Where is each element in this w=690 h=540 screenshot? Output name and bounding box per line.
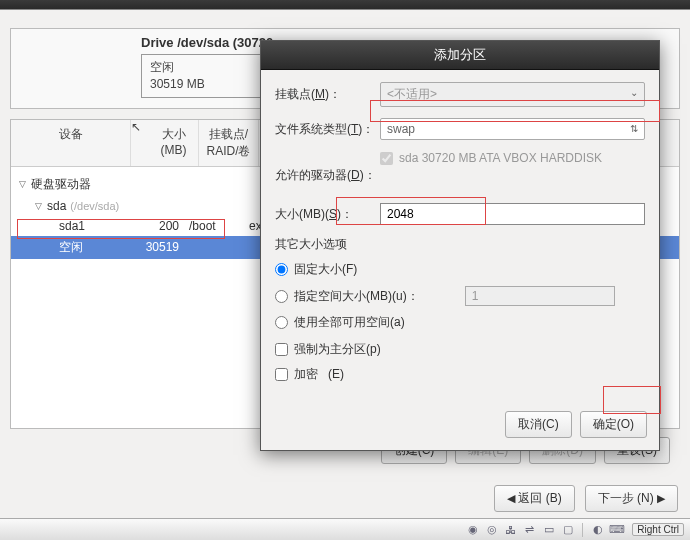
size-label: 大小(MB)(S)： bbox=[275, 206, 380, 223]
add-partition-dialog: 添加分区 挂载点(M)： <不适用>⌄ 文件系统类型(T)： swap⇅ 允许的… bbox=[260, 40, 660, 451]
next-button[interactable]: 下一步 (N) ▶ bbox=[585, 485, 678, 512]
primary-checkbox[interactable] bbox=[275, 343, 288, 356]
fstype-select[interactable]: swap⇅ bbox=[380, 118, 645, 140]
expand-icon[interactable]: ▽ bbox=[35, 201, 47, 211]
shared-icon: ▭ bbox=[541, 522, 556, 537]
radio-upto[interactable] bbox=[275, 290, 288, 303]
arrow-left-icon: ◀ bbox=[507, 492, 515, 504]
col-mount[interactable]: 挂载点/ RAID/卷 bbox=[199, 120, 259, 166]
mount-point-select[interactable]: <不适用>⌄ bbox=[380, 82, 645, 107]
display-icon: ▢ bbox=[560, 522, 575, 537]
allowed-drives-label: 允许的驱动器(D)： bbox=[275, 151, 380, 184]
dialog-title: 添加分区 bbox=[261, 41, 659, 70]
chevron-up-down-icon: ⇅ bbox=[630, 123, 638, 134]
top-menubar bbox=[0, 0, 690, 10]
ok-button[interactable]: 确定(O) bbox=[580, 411, 647, 438]
col-size[interactable]: 大小 (MB) bbox=[149, 120, 199, 166]
net-icon: 🖧 bbox=[503, 522, 518, 537]
other-size-label: 其它大小选项 bbox=[275, 236, 645, 253]
drive-sda-checkbox bbox=[380, 152, 393, 165]
usb-icon: ⇌ bbox=[522, 522, 537, 537]
chevron-down-icon: ⌄ bbox=[630, 87, 638, 98]
disk-icon: ◉ bbox=[465, 522, 480, 537]
cursor-icon: ↖ bbox=[131, 120, 149, 166]
size-input[interactable] bbox=[380, 203, 645, 225]
col-device[interactable]: 设备 bbox=[11, 120, 131, 166]
expand-icon[interactable]: ▽ bbox=[19, 179, 31, 189]
mount-point-label: 挂载点(M)： bbox=[275, 86, 380, 103]
keyboard-icon: ⌨ bbox=[609, 522, 624, 537]
radio-all[interactable] bbox=[275, 316, 288, 329]
wizard-nav: ◀ 返回 (B) 下一步 (N) ▶ bbox=[494, 485, 678, 512]
cancel-button[interactable]: 取消(C) bbox=[505, 411, 572, 438]
encrypt-checkbox[interactable] bbox=[275, 368, 288, 381]
vm-statusbar: ◉ ◎ 🖧 ⇌ ▭ ▢ ◐ ⌨ Right Ctrl bbox=[0, 518, 690, 540]
fstype-label: 文件系统类型(T)： bbox=[275, 121, 380, 138]
host-key-indicator: Right Ctrl bbox=[632, 523, 684, 536]
cd-icon: ◎ bbox=[484, 522, 499, 537]
back-button[interactable]: ◀ 返回 (B) bbox=[494, 485, 575, 512]
arrow-right-icon: ▶ bbox=[657, 492, 665, 504]
mouse-icon: ◐ bbox=[590, 522, 605, 537]
drive-checkbox-row: sda 30720 MB ATA VBOX HARDDISK bbox=[380, 151, 645, 165]
radio-fixed[interactable] bbox=[275, 263, 288, 276]
upto-value bbox=[465, 286, 615, 306]
